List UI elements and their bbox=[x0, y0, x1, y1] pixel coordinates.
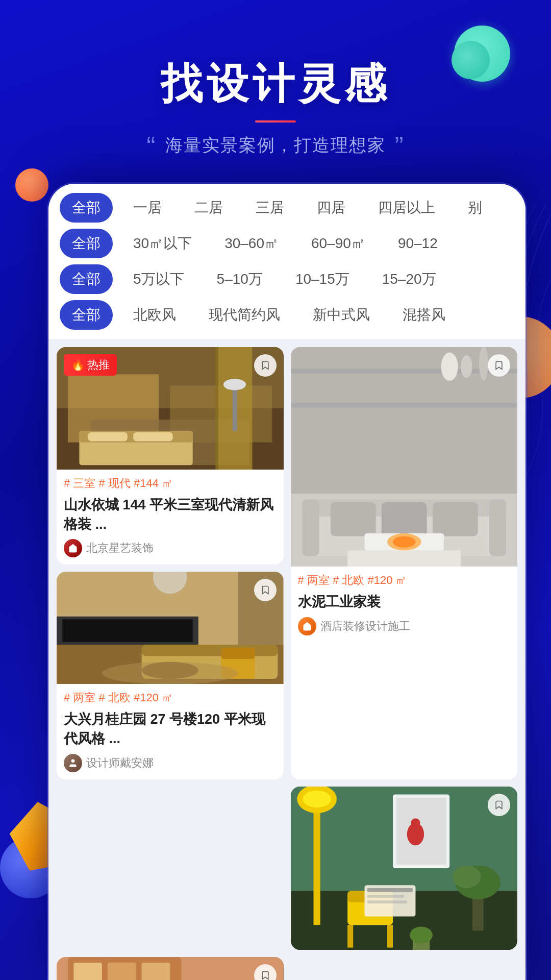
svg-point-57 bbox=[452, 865, 481, 888]
author-avatar-2 bbox=[298, 617, 316, 635]
svg-rect-28 bbox=[347, 550, 461, 567]
author-avatar-3 bbox=[64, 754, 82, 772]
svg-rect-9 bbox=[215, 347, 218, 470]
card-1-title: 山水依城 144 平米三室现代清新风格装 ... bbox=[64, 496, 277, 534]
filter-mixed[interactable]: 混搭风 bbox=[390, 300, 458, 330]
filter-30sqm[interactable]: 30㎡以下 bbox=[121, 229, 204, 258]
svg-point-12 bbox=[223, 379, 246, 390]
content-grid: 🔥 热推 # 三室 # 现代 #144 ㎡ 山水依城 144 平米三室现代清新风… bbox=[48, 339, 525, 980]
bookmark-btn-card1[interactable] bbox=[254, 354, 277, 377]
svg-rect-48 bbox=[313, 800, 320, 924]
main-title: 找设计灵感 bbox=[0, 56, 551, 112]
svg-point-44 bbox=[71, 759, 75, 763]
filter-60-90sqm[interactable]: 60–90㎡ bbox=[299, 229, 378, 258]
filter-row-room: 全部 一居 二居 三居 四居 四居以上 别 bbox=[60, 193, 514, 223]
svg-point-31 bbox=[393, 536, 415, 548]
filter-2room[interactable]: 二居 bbox=[182, 193, 235, 223]
svg-rect-24 bbox=[489, 499, 506, 556]
svg-rect-67 bbox=[367, 900, 407, 903]
card-5-image bbox=[57, 957, 284, 980]
svg-rect-7 bbox=[88, 432, 128, 442]
deco-circle-orange bbox=[15, 168, 48, 202]
card-2-tags: # 两室 # 北欧 #120 ㎡ bbox=[298, 573, 511, 589]
filter-all-style[interactable]: 全部 bbox=[60, 300, 113, 330]
filter-all-budget[interactable]: 全部 bbox=[60, 264, 113, 294]
svg-point-20 bbox=[479, 347, 488, 380]
filter-more-room[interactable]: 别 bbox=[456, 193, 494, 223]
card-3-image bbox=[57, 572, 284, 684]
svg-rect-73 bbox=[142, 963, 170, 980]
svg-rect-11 bbox=[232, 386, 237, 431]
filter-15-20wan[interactable]: 15–20万 bbox=[370, 264, 448, 294]
quote-right: ” bbox=[394, 131, 404, 161]
svg-rect-23 bbox=[302, 499, 319, 556]
card-2-image bbox=[291, 347, 518, 567]
author-name-3: 设计师戴安娜 bbox=[86, 755, 154, 771]
card-5[interactable] bbox=[57, 957, 284, 980]
svg-rect-38 bbox=[142, 645, 278, 656]
svg-rect-72 bbox=[108, 963, 136, 980]
filter-all-area[interactable]: 全部 bbox=[60, 229, 113, 258]
svg-rect-25 bbox=[330, 502, 375, 536]
title-underline bbox=[255, 120, 296, 122]
card-1-tags: # 三室 # 现代 #144 ㎡ bbox=[64, 476, 277, 492]
filter-5-10wan[interactable]: 5–10万 bbox=[205, 264, 275, 294]
card-1[interactable]: 🔥 热推 # 三室 # 现代 #144 ㎡ 山水依城 144 平米三室现代清新风… bbox=[57, 347, 284, 565]
card-2[interactable]: # 两室 # 北欧 #120 ㎡ 水泥工业家装 酒店装修设计施工 bbox=[291, 347, 518, 779]
filter-3room[interactable]: 三居 bbox=[243, 193, 296, 223]
filter-nordic[interactable]: 北欧风 bbox=[121, 300, 188, 330]
filter-row-area: 全部 30㎡以下 30–60㎡ 60–90㎡ 90–12 bbox=[60, 229, 514, 258]
card-1-body: # 三室 # 现代 #144 ㎡ 山水依城 144 平米三室现代清新风格装 ..… bbox=[57, 470, 284, 565]
card-3-title: 大兴月桂庄园 27 号楼120 平米现代风格 ... bbox=[64, 710, 277, 749]
hot-badge-card1: 🔥 热推 bbox=[64, 354, 117, 376]
svg-rect-8 bbox=[133, 432, 173, 442]
filter-10-15wan[interactable]: 10–15万 bbox=[283, 264, 362, 294]
author-avatar-1 bbox=[64, 539, 82, 557]
filter-modern[interactable]: 现代简约风 bbox=[196, 300, 292, 330]
svg-rect-61 bbox=[387, 925, 392, 947]
card-1-author: 北京星艺装饰 bbox=[64, 539, 277, 557]
filter-chinese[interactable]: 新中式风 bbox=[300, 300, 382, 330]
filter-all-room[interactable]: 全部 bbox=[60, 193, 113, 223]
author-name-2: 酒店装修设计施工 bbox=[320, 619, 410, 634]
card-3-body: # 两室 # 北欧 #120 ㎡ 大兴月桂庄园 27 号楼120 平米现代风格 … bbox=[57, 684, 284, 779]
card-4[interactable] bbox=[291, 787, 518, 950]
bookmark-btn-card4[interactable] bbox=[488, 794, 510, 816]
filter-section: 全部 一居 二居 三居 四居 四居以上 别 全部 30㎡以下 30–60㎡ 60… bbox=[48, 184, 525, 339]
card-3-tags: # 两室 # 北欧 #120 ㎡ bbox=[64, 690, 277, 706]
card-3[interactable]: # 两室 # 北欧 #120 ㎡ 大兴月桂庄园 27 号楼120 平米现代风格 … bbox=[57, 572, 284, 779]
card-2-author: 酒店装修设计施工 bbox=[298, 617, 511, 635]
svg-point-19 bbox=[461, 355, 472, 378]
filter-row-style: 全部 北欧风 现代简约风 新中式风 混搭风 bbox=[60, 300, 514, 330]
card-3-author: 设计师戴安娜 bbox=[64, 754, 277, 772]
svg-point-43 bbox=[102, 662, 238, 684]
svg-point-18 bbox=[441, 353, 458, 381]
card-1-image: 🔥 热推 bbox=[57, 347, 284, 470]
svg-point-63 bbox=[410, 926, 432, 943]
svg-rect-71 bbox=[73, 963, 102, 980]
phone-frame: 全部 一居 二居 三居 四居 四居以上 别 全部 30㎡以下 30–60㎡ 60… bbox=[48, 184, 525, 980]
filter-row-budget: 全部 5万以下 5–10万 10–15万 15–20万 bbox=[60, 264, 514, 294]
svg-rect-60 bbox=[347, 925, 353, 947]
filter-1room[interactable]: 一居 bbox=[121, 193, 174, 223]
card-2-body: # 两室 # 北欧 #120 ㎡ 水泥工业家装 酒店装修设计施工 bbox=[291, 567, 518, 643]
filter-4plus-room[interactable]: 四居以上 bbox=[366, 193, 447, 223]
svg-point-54 bbox=[411, 818, 420, 827]
hot-label: 热推 bbox=[87, 357, 110, 373]
svg-rect-26 bbox=[381, 502, 427, 536]
bookmark-btn-card3[interactable] bbox=[254, 579, 277, 601]
svg-rect-65 bbox=[367, 888, 413, 892]
svg-rect-35 bbox=[62, 620, 193, 642]
subtitle-text: 海量实景案例，打造理想家 bbox=[165, 135, 386, 155]
filter-90-120sqm[interactable]: 90–12 bbox=[386, 230, 450, 257]
filter-5wan[interactable]: 5万以下 bbox=[121, 264, 196, 294]
svg-rect-27 bbox=[432, 502, 478, 536]
fire-icon: 🔥 bbox=[71, 358, 85, 372]
svg-rect-66 bbox=[367, 895, 404, 898]
card-2-title: 水泥工业家装 bbox=[298, 593, 511, 612]
svg-point-50 bbox=[303, 791, 331, 807]
filter-4room[interactable]: 四居 bbox=[305, 193, 358, 223]
bookmark-btn-card2[interactable] bbox=[488, 354, 510, 377]
filter-30-60sqm[interactable]: 30–60㎡ bbox=[212, 229, 291, 258]
svg-rect-17 bbox=[291, 403, 518, 407]
